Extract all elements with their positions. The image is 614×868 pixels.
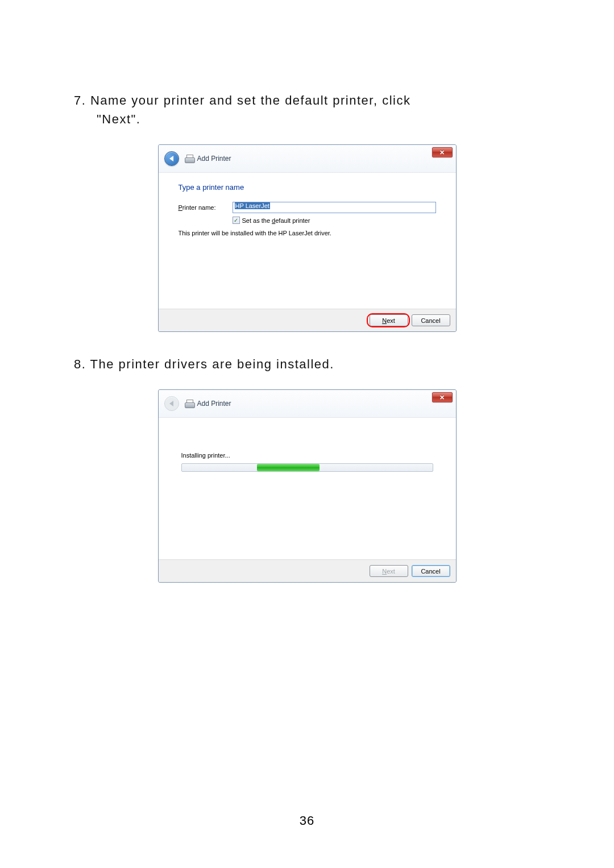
- printer-icon: [185, 155, 194, 163]
- checkbox-label: Set as the default printer: [242, 217, 310, 224]
- close-button[interactable]: ✕: [432, 392, 453, 402]
- dialog-footer: Next Cancel: [159, 559, 456, 582]
- step-7-text: 7. Name your printer and set the default…: [74, 91, 540, 128]
- progress-label: Installing printer...: [181, 452, 433, 459]
- dialog-header: Add Printer ✕: [159, 145, 456, 172]
- progress-bar: [181, 463, 433, 472]
- step-number: 8.: [74, 357, 86, 371]
- dialog-header: Add Printer ✕: [159, 390, 456, 417]
- next-button[interactable]: Next: [370, 314, 408, 326]
- dialog-title: Add Printer: [197, 400, 231, 408]
- step-8-text: 8. The printer drivers are being install…: [74, 355, 540, 373]
- dialog-body: Installing printer...: [159, 417, 456, 559]
- printer-name-label: Printer name:: [179, 204, 233, 211]
- close-button[interactable]: ✕: [432, 147, 453, 157]
- dialog-title: Add Printer: [197, 155, 231, 163]
- progress-fill: [257, 464, 320, 471]
- driver-info-text: This printer will be installed with the …: [179, 230, 436, 236]
- dialog-footer: Next Cancel: [159, 309, 456, 331]
- step-line: The printer drivers are being installed.: [90, 357, 334, 371]
- default-printer-checkbox-row[interactable]: ✓ Set as the default printer: [233, 217, 436, 224]
- next-button-disabled: Next: [370, 565, 408, 577]
- step-line: "Next".: [97, 112, 140, 126]
- cancel-button[interactable]: Cancel: [412, 565, 450, 577]
- back-arrow-icon: [169, 156, 173, 161]
- back-button-disabled: [164, 396, 179, 411]
- step-number: 7.: [74, 93, 86, 107]
- add-printer-progress-dialog: Add Printer ✕ Installing printer... Next…: [158, 389, 457, 583]
- close-icon: ✕: [439, 394, 445, 401]
- checkbox-icon: ✓: [233, 217, 240, 224]
- printer-name-value: HP LaserJet: [235, 202, 270, 209]
- step-line: Name your printer and set the default pr…: [90, 93, 410, 107]
- dialog-heading: Type a printer name: [179, 183, 436, 192]
- printer-name-input[interactable]: HP LaserJet: [233, 202, 436, 213]
- close-icon: ✕: [439, 149, 445, 156]
- add-printer-dialog: Add Printer ✕ Type a printer name Printe…: [158, 144, 457, 332]
- cancel-button[interactable]: Cancel: [412, 314, 450, 326]
- back-arrow-icon: [169, 401, 173, 406]
- dialog-body: Type a printer name Printer name: HP Las…: [159, 172, 456, 309]
- back-button[interactable]: [164, 151, 179, 166]
- printer-icon: [185, 400, 194, 408]
- page-number: 36: [0, 813, 614, 828]
